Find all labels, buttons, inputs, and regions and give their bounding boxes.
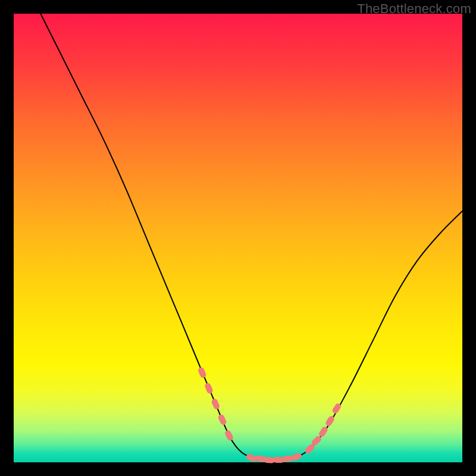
marker-point — [198, 367, 207, 378]
marker-point — [224, 429, 234, 441]
marker-point — [290, 452, 302, 462]
chart-svg — [14, 14, 462, 462]
marker-point — [204, 382, 214, 394]
chart-stage: TheBottleneck.com — [0, 0, 476, 476]
marker-point — [211, 398, 220, 410]
marker-group — [198, 367, 342, 464]
marker-point — [217, 414, 227, 426]
bottleneck-curve — [40, 14, 462, 460]
plot-area — [14, 14, 462, 462]
